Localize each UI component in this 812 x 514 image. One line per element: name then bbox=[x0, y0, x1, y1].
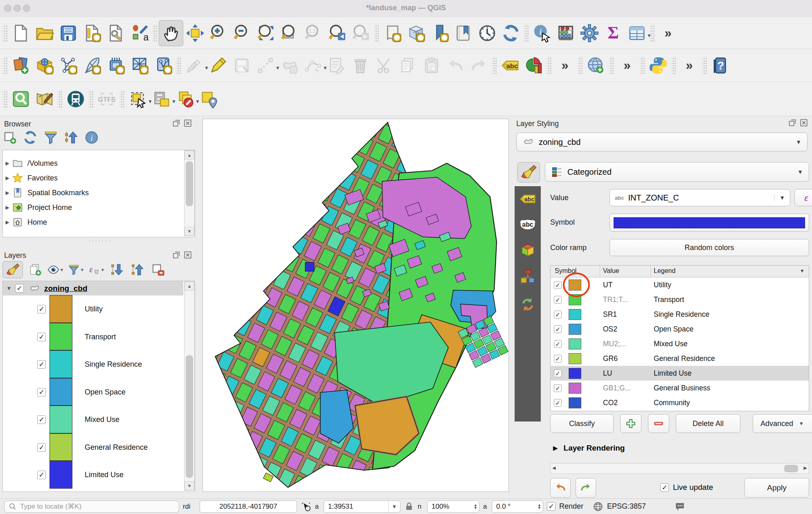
collapse-arrow-icon[interactable]: ▼ bbox=[3, 285, 15, 291]
float-panel-icon[interactable] bbox=[172, 250, 181, 259]
quickmapservices-icon[interactable] bbox=[33, 86, 56, 112]
overflow-icon[interactable]: » bbox=[553, 53, 577, 78]
legend-swatch[interactable] bbox=[49, 295, 72, 323]
layer-rendering-section[interactable]: ▶ Layer Rendering bbox=[553, 444, 625, 453]
zoom-next-icon[interactable] bbox=[349, 20, 373, 46]
current-edits-icon[interactable]: ▼ bbox=[182, 53, 206, 78]
close-panel-icon[interactable] bbox=[183, 250, 192, 259]
pan-to-selection-icon[interactable] bbox=[183, 20, 207, 46]
overflow-icon[interactable]: » bbox=[677, 53, 701, 78]
new-project-icon[interactable] bbox=[9, 20, 33, 46]
styling-redo-button[interactable] bbox=[576, 478, 596, 498]
value-field-combo[interactable]: abc INT_ZONE_C ▼ bbox=[610, 189, 790, 206]
category-checkbox[interactable]: ✓ bbox=[554, 281, 562, 289]
category-swatch[interactable] bbox=[569, 368, 581, 379]
expand-arrow-icon[interactable]: ▶ bbox=[3, 175, 12, 181]
toolbar-handle[interactable] bbox=[640, 56, 645, 74]
show-spatial-bookmarks-icon[interactable] bbox=[452, 20, 475, 46]
temporal-controller-icon[interactable] bbox=[475, 20, 499, 46]
category-row-mu2[interactable]: ✓MU2;...Mixed Use bbox=[551, 336, 809, 351]
legend-swatch[interactable] bbox=[49, 461, 72, 489]
expand-all-icon[interactable] bbox=[109, 262, 125, 278]
category-checkbox[interactable]: ✓ bbox=[554, 399, 562, 407]
legend-checkbox[interactable]: ✓ bbox=[37, 415, 46, 424]
new-memory-layer-icon[interactable] bbox=[151, 53, 175, 78]
legend-item-mixed-use[interactable]: ✓Mixed Use bbox=[3, 406, 183, 434]
gtfs-icon[interactable]: GTFS bbox=[95, 86, 119, 112]
remove-category-button[interactable] bbox=[648, 414, 669, 433]
styling-undo-button[interactable] bbox=[550, 478, 571, 498]
statistical-summary-icon[interactable] bbox=[554, 20, 578, 46]
category-row-gr6[interactable]: ✓GR6General Residence bbox=[551, 351, 809, 366]
layer-visibility-checkbox[interactable]: ✓ bbox=[15, 284, 24, 293]
legend-checkbox[interactable]: ✓ bbox=[37, 443, 46, 452]
browser-item-spatial-bookmarks[interactable]: ▶Spatial Bookmarks bbox=[3, 185, 195, 200]
legend-checkbox[interactable]: ✓ bbox=[37, 360, 46, 369]
styling-layer-selector[interactable]: zoning_cbd ▼ bbox=[516, 133, 808, 151]
help-icon[interactable]: ? bbox=[709, 53, 732, 78]
symbology-tab[interactable] bbox=[517, 162, 540, 183]
panel-splitter[interactable] bbox=[88, 240, 112, 242]
category-swatch[interactable] bbox=[569, 324, 581, 335]
diagrams-tab-icon[interactable] bbox=[518, 267, 538, 285]
deselect-features-icon[interactable]: ▼ bbox=[173, 86, 197, 112]
new-spatial-bookmark-icon[interactable] bbox=[428, 20, 452, 46]
view3d-tab-icon[interactable] bbox=[518, 241, 538, 259]
advanced-button[interactable]: Advanced▼ bbox=[753, 414, 812, 433]
digitize-segment-icon[interactable]: ▼ bbox=[254, 53, 277, 78]
save-layer-edits-icon[interactable] bbox=[230, 53, 254, 78]
refresh-icon[interactable] bbox=[499, 20, 523, 46]
layer-labeling-icon[interactable]: abc bbox=[498, 53, 522, 78]
undo-icon[interactable] bbox=[443, 53, 467, 78]
callouts-tab-icon[interactable]: abc bbox=[518, 215, 538, 233]
style-manager-icon[interactable]: a bbox=[128, 20, 151, 46]
toolbar-handle[interactable] bbox=[3, 56, 8, 74]
toolbar-handle[interactable] bbox=[524, 24, 529, 42]
toolbar-handle[interactable] bbox=[153, 24, 157, 42]
toolbar-handle[interactable] bbox=[578, 56, 583, 74]
expand-arrow-icon[interactable]: ▶ bbox=[3, 219, 12, 225]
add-vector-layer-icon[interactable] bbox=[33, 53, 56, 78]
legend-item-general-residence[interactable]: ✓General Residence bbox=[3, 434, 183, 462]
overflow-icon[interactable]: » bbox=[656, 20, 680, 46]
zoom-out-icon[interactable] bbox=[231, 20, 254, 46]
zoom-to-selection-icon[interactable] bbox=[278, 20, 302, 46]
legend-checkbox[interactable]: ✓ bbox=[37, 333, 46, 341]
render-checkbox[interactable]: ✓ bbox=[547, 502, 556, 511]
select-by-form-icon[interactable]: ▼ bbox=[150, 86, 173, 112]
toolbar-handle[interactable] bbox=[671, 56, 676, 74]
browser-item-home[interactable]: ▶Home bbox=[3, 215, 195, 230]
open-layer-styling-icon[interactable] bbox=[2, 261, 23, 278]
legend-item-limited-use[interactable]: ✓Limited Use bbox=[3, 461, 183, 489]
category-checkbox[interactable]: ✓ bbox=[554, 311, 562, 318]
scale-combo[interactable]: 1:39531 ▼ bbox=[324, 500, 400, 513]
toolbar-handle[interactable] bbox=[492, 56, 497, 74]
category-row-gb1g[interactable]: ✓GB1;G...General Business bbox=[551, 381, 809, 395]
select-features-icon[interactable]: ▼ bbox=[126, 86, 150, 112]
collapse-all-icon[interactable] bbox=[64, 130, 79, 145]
crs-globe-icon[interactable] bbox=[593, 501, 603, 512]
new-spatialite-layer-icon[interactable] bbox=[104, 53, 128, 78]
browser-item-project-home[interactable]: ▶Project Home bbox=[3, 200, 195, 215]
browser-item--volumes[interactable]: ▶/Volumes bbox=[3, 156, 195, 171]
locator-input[interactable]: Type to locate (⌘K) bbox=[4, 500, 179, 513]
legend-checkbox[interactable]: ✓ bbox=[37, 471, 46, 479]
add-layer-icon[interactable] bbox=[2, 130, 17, 145]
copy-features-icon[interactable] bbox=[396, 53, 420, 78]
classify-button[interactable]: Classify bbox=[550, 414, 614, 433]
layer-row-zoning-cbd[interactable]: ▼ ✓ zoning_cbd bbox=[3, 281, 183, 295]
layer-diagram-icon[interactable] bbox=[522, 53, 546, 78]
manage-themes-icon[interactable]: ▼ bbox=[47, 262, 64, 278]
filter-legend-icon[interactable]: ▼ bbox=[68, 262, 84, 278]
filter-expression-icon[interactable]: ε▼ bbox=[88, 262, 105, 278]
coordinate-field[interactable]: 2052118,-4017907 bbox=[200, 500, 297, 513]
browser-properties-icon[interactable]: i bbox=[84, 130, 99, 145]
vertex-tool-icon[interactable]: ▼ bbox=[301, 53, 325, 78]
toolbar-handle[interactable] bbox=[3, 90, 8, 108]
filter-browser-icon[interactable] bbox=[43, 130, 58, 145]
select-by-location-icon[interactable] bbox=[197, 86, 221, 112]
legend-checkbox[interactable]: ✓ bbox=[37, 305, 46, 313]
new-geopackage-layer-icon[interactable] bbox=[80, 53, 104, 78]
expression-builder-button[interactable]: ε bbox=[794, 189, 812, 206]
legend-swatch[interactable] bbox=[49, 323, 72, 351]
